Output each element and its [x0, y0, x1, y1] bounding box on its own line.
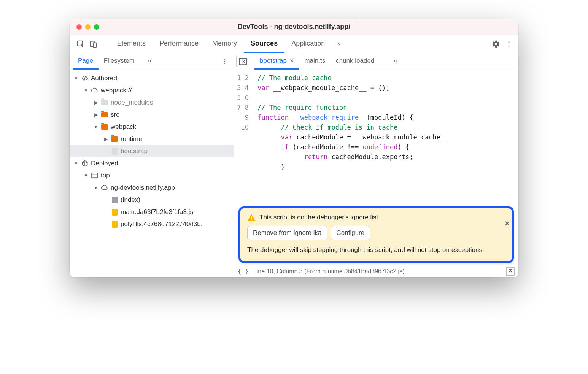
tree-item-label: webpack	[111, 123, 136, 131]
chevron-down-icon[interactable]: ▼	[83, 173, 89, 178]
tree-item[interactable]: polyfills.4c768d7122740d3b.	[70, 218, 234, 230]
chevron-right-icon[interactable]: ▶	[93, 100, 99, 105]
toggle-navigator-icon[interactable]	[236, 56, 250, 67]
svg-point-3	[509, 41, 510, 43]
file-tree[interactable]: ▼Authored▼webpack://▶node_modules▶src▼we…	[70, 70, 234, 277]
file-tabs-overflow[interactable]: »	[388, 53, 402, 70]
tree-item[interactable]: ▶src	[70, 109, 234, 121]
tree-item[interactable]: (index)	[70, 194, 234, 206]
chevron-down-icon[interactable]: ▼	[83, 88, 89, 93]
chevron-down-icon[interactable]: ▼	[73, 76, 79, 81]
configure-button[interactable]: Configure	[331, 226, 370, 240]
svg-point-4	[509, 43, 510, 44]
chevron-down-icon[interactable]: ▼	[73, 161, 79, 166]
file-icon	[111, 147, 118, 155]
panel-tab-sources[interactable]: Sources	[244, 35, 284, 53]
remove-from-ignore-list-button[interactable]: Remove from ignore list	[247, 226, 327, 240]
tree-item-label: top	[101, 172, 110, 179]
file-tab-label: main.ts	[304, 57, 325, 65]
panel-tab-elements[interactable]: Elements	[110, 35, 153, 53]
folder-icon	[101, 99, 108, 106]
device-toggle-icon[interactable]	[88, 38, 99, 50]
tree-item[interactable]: ▼webpack://	[70, 84, 234, 97]
toolbar-divider	[105, 40, 105, 49]
tree-item[interactable]: ▼top	[70, 170, 234, 182]
chevron-right-icon[interactable]: ▶	[103, 136, 108, 142]
cursor-location: Line 10, Column 3 (From runtime.0b841bad…	[253, 268, 405, 275]
navigator-tabs: PageFilesystem »	[70, 53, 234, 70]
close-window-button[interactable]	[76, 24, 82, 30]
panel-tab-performance[interactable]: Performance	[153, 35, 205, 53]
chevron-right-icon[interactable]: ▶	[93, 112, 99, 117]
panel-tabs: ElementsPerformanceMemorySourcesApplicat…	[110, 35, 332, 53]
navigator-tab-filesystem[interactable]: Filesystem	[99, 53, 140, 70]
file-tab[interactable]: chunk loaded	[331, 53, 380, 70]
tree-item-label: node_modules	[111, 99, 153, 106]
svg-rect-9	[92, 173, 98, 178]
close-icon[interactable]: ✕	[504, 219, 510, 228]
infobar-title: This script is on the debugger's ignore …	[259, 214, 378, 221]
file-icon	[111, 220, 118, 228]
tree-item[interactable]: ▶runtime	[70, 133, 234, 145]
devtools-window: DevTools - ng-devtools.netlify.app/ Elem…	[70, 19, 518, 277]
tree-item-label: bootstrap	[121, 147, 148, 155]
tree-item-label: Authored	[91, 74, 117, 82]
source-link[interactable]: runtime.0b841bad3967f3c2.js	[322, 268, 402, 274]
tree-item[interactable]: bootstrap	[70, 145, 234, 157]
panel-tabs-overflow[interactable]: »	[333, 35, 345, 53]
cube-icon	[81, 160, 89, 167]
navigator-panel: PageFilesystem » ▼Authored▼webpack://▶no…	[70, 53, 234, 277]
chevron-down-icon[interactable]: ▼	[93, 185, 99, 190]
svg-rect-13	[251, 217, 252, 219]
editor-file-tabs: bootstrap×main.tschunk loaded »	[234, 53, 518, 70]
warning-icon	[247, 214, 256, 221]
navigator-tab-page[interactable]: Page	[73, 53, 99, 70]
tree-item-label: ng-devtools.netlify.app	[111, 184, 175, 192]
tree-item[interactable]: ▼Authored	[70, 72, 234, 84]
panel-tab-application[interactable]: Application	[284, 35, 332, 53]
navigator-kebab-icon[interactable]	[219, 59, 230, 65]
kebab-menu-icon[interactable]	[503, 38, 515, 50]
tree-item-label: polyfills.4c768d7122740d3b.	[121, 220, 203, 228]
tree-item-label: main.da63f7b2fe3f1fa3.js	[121, 208, 193, 216]
pretty-print-icon[interactable]: { }	[238, 268, 249, 275]
tree-item[interactable]: ▼webpack	[70, 121, 234, 133]
editor-statusbar: { } Line 10, Column 3 (From runtime.0b84…	[234, 265, 518, 277]
tree-item[interactable]: ▶node_modules	[70, 97, 234, 109]
navigator-tabs-overflow[interactable]: »	[142, 53, 156, 70]
editor-panel: bootstrap×main.tschunk loaded » 1 2 3 4 …	[234, 53, 518, 277]
inspect-icon[interactable]	[75, 38, 86, 50]
titlebar: DevTools - ng-devtools.netlify.app/	[70, 19, 518, 35]
tree-item-label: webpack://	[101, 87, 132, 94]
svg-point-5	[509, 45, 510, 46]
file-tab-label: bootstrap	[260, 57, 287, 65]
minimize-window-button[interactable]	[85, 24, 91, 30]
tree-item[interactable]: ▼ng-devtools.netlify.app	[70, 182, 234, 194]
main-toolbar: ElementsPerformanceMemorySourcesApplicat…	[70, 35, 518, 53]
tree-item-label: src	[111, 111, 119, 119]
traffic-lights	[76, 24, 99, 30]
collapse-icon[interactable]	[506, 267, 515, 276]
panel-tab-memory[interactable]: Memory	[205, 35, 244, 53]
file-tab[interactable]: main.ts	[299, 53, 331, 70]
file-icon	[111, 208, 118, 216]
tree-item-label: (index)	[121, 196, 140, 204]
tree-item-label: runtime	[121, 135, 142, 143]
gear-icon[interactable]	[490, 38, 502, 50]
folder-icon	[111, 135, 118, 143]
folder-icon	[101, 111, 108, 119]
main-area: PageFilesystem » ▼Authored▼webpack://▶no…	[70, 53, 518, 277]
frame-icon	[91, 172, 99, 179]
zoom-window-button[interactable]	[94, 24, 99, 30]
toolbar-divider	[485, 40, 485, 49]
svg-point-8	[224, 63, 226, 64]
chevron-down-icon[interactable]: ▼	[93, 124, 99, 130]
file-tab[interactable]: bootstrap×	[254, 53, 299, 70]
close-icon[interactable]: ×	[290, 57, 294, 65]
tree-item[interactable]: ▼Deployed	[70, 157, 234, 170]
cloud-icon	[101, 184, 108, 192]
file-icon	[111, 196, 118, 204]
tree-item[interactable]: main.da63f7b2fe3f1fa3.js	[70, 206, 234, 218]
file-tab-label: chunk loaded	[336, 57, 374, 65]
code-icon	[81, 74, 89, 82]
